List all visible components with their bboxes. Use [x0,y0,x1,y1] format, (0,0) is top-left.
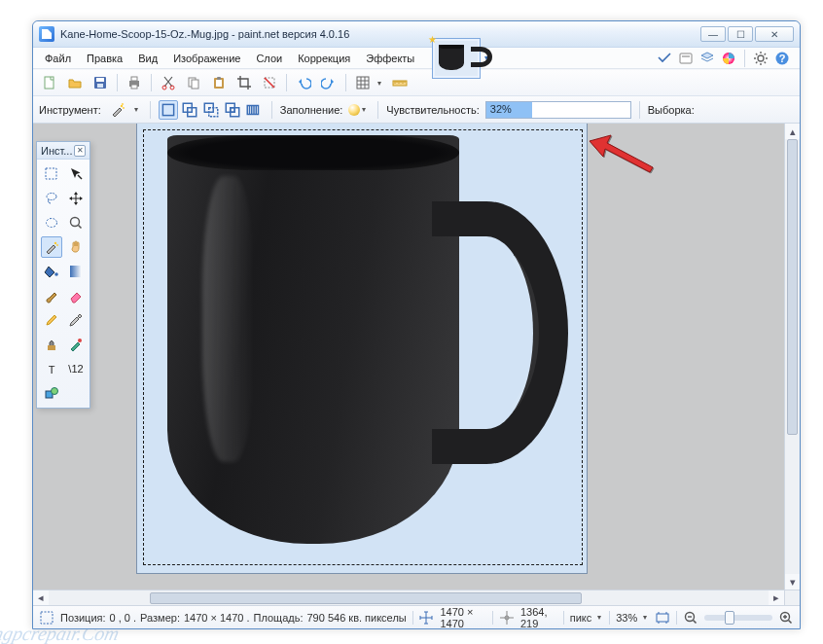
tool-rect-select[interactable] [41,163,62,185]
tool-lasso[interactable] [41,188,62,209]
new-file-button[interactable] [39,72,60,93]
tool-move-selection[interactable] [65,163,87,185]
maximize-button[interactable]: ☐ [728,26,753,42]
tools-palette[interactable]: Инст... ✕ T \12 [36,141,90,409]
svg-point-24 [123,107,125,109]
svg-rect-26 [162,104,173,115]
instrument-label: Инструмент: [39,104,101,116]
history-window-toggle[interactable] [678,51,694,66]
print-button[interactable] [124,72,145,93]
zoom-fit-icon[interactable] [655,610,670,626]
units-label[interactable]: пикс [570,612,592,624]
sel-mode-sub[interactable] [201,100,221,120]
svg-rect-9 [97,84,103,88]
svg-point-44 [54,242,56,244]
deselect-button[interactable] [259,72,280,93]
vertical-scrollbar[interactable]: ▴ ▾ [784,124,800,590]
menu-effects[interactable]: Эффекты [358,50,422,67]
fill-label: Заполнение: [280,104,343,116]
titlebar[interactable]: Kane-Home-Scoop-15-Oz.-Mug.jpg - paint.n… [33,21,800,48]
paste-button[interactable] [208,72,230,93]
scroll-up-icon[interactable]: ▴ [785,124,800,139]
save-button[interactable] [89,72,111,93]
image-content [167,135,459,544]
menu-layers[interactable]: Слои [248,50,290,67]
tool-eraser[interactable] [65,285,87,306]
layers-window-toggle[interactable] [699,51,715,66]
scroll-down-icon[interactable]: ▾ [785,574,800,590]
grid-dropdown[interactable]: ▾ [377,79,385,88]
tool-zoom[interactable] [65,212,87,233]
svg-rect-47 [70,266,82,277]
tool-clone[interactable] [41,334,62,355]
tool-eyedropper[interactable] [65,309,87,331]
color-wheel-icon[interactable] [721,51,736,66]
tool-pencil[interactable] [41,309,62,331]
zoom-in-icon[interactable] [778,610,794,626]
tools-window-toggle[interactable] [657,51,672,66]
document-thumbnail[interactable]: ★ [432,38,481,79]
redo-button[interactable] [318,72,340,93]
palette-close-icon[interactable]: ✕ [74,145,86,157]
current-tool-icon[interactable] [107,99,128,121]
tool-move[interactable] [65,188,87,209]
close-button[interactable]: ✕ [755,26,794,42]
fill-dropdown[interactable]: ▾ [362,105,370,114]
canvas-area[interactable] [33,124,784,590]
svg-point-25 [122,103,124,105]
tool-fill[interactable] [41,261,62,282]
units-dropdown[interactable]: ▾ [597,613,603,622]
tool-shapes[interactable] [41,382,62,404]
pos-label: Позиция: [60,612,106,624]
tool-gradient[interactable] [65,261,87,282]
menu-view[interactable]: Вид [130,50,165,67]
crop-button[interactable] [233,72,255,93]
minimize-button[interactable]: — [700,26,726,42]
grid-toggle[interactable] [352,72,374,93]
fill-mode-icon[interactable] [348,104,360,116]
tool-recolor[interactable] [65,334,87,355]
scroll-left-icon[interactable]: ◂ [33,590,49,606]
zoom-knob[interactable] [725,611,734,625]
menu-file[interactable]: Файл [37,50,79,67]
ruler-toggle[interactable] [389,72,411,93]
menu-edit[interactable]: Правка [79,50,130,67]
dims-value: 1470 × 1470 [440,606,486,629]
palette-title-text: Инст... [41,145,72,157]
svg-rect-8 [96,78,104,82]
tool-dropdown[interactable]: ▾ [134,105,142,114]
settings-icon[interactable] [753,51,769,66]
zoom-value[interactable]: 33% [616,612,637,624]
palette-title[interactable]: Инст... ✕ [37,142,89,160]
zoom-dropdown[interactable]: ▾ [643,613,649,622]
cut-button[interactable] [158,72,179,93]
sel-mode-replace[interactable] [159,100,178,120]
tool-empty [65,382,87,404]
sel-mode-add[interactable] [180,100,199,120]
sel-mode-invert[interactable] [244,100,264,120]
sensitivity-slider[interactable]: 32% [485,101,631,119]
menu-adjust[interactable]: Коррекция [290,50,358,67]
hscroll-thumb[interactable] [150,592,582,604]
svg-rect-48 [48,345,55,350]
sel-mode-intersect[interactable] [223,100,242,120]
svg-text:T: T [49,364,55,376]
zoom-slider[interactable] [704,615,772,621]
open-file-button[interactable] [64,72,86,93]
copy-button[interactable] [183,72,204,93]
tool-pan[interactable] [65,236,87,258]
tool-ellipse-select[interactable] [41,212,62,233]
vscroll-thumb[interactable] [787,139,798,435]
tool-line[interactable]: \12 [65,358,87,379]
horizontal-scrollbar[interactable]: ◂ ▸ [33,590,784,605]
menu-image[interactable]: Изображение [165,50,248,67]
tool-brush[interactable] [41,285,62,306]
scroll-right-icon[interactable]: ▸ [769,590,784,606]
zoom-out-icon[interactable] [683,610,698,626]
tool-text[interactable]: T [41,358,62,379]
svg-rect-21 [357,77,369,89]
tool-magic-wand[interactable] [41,236,62,258]
undo-button[interactable] [293,72,314,93]
svg-point-49 [78,339,82,342]
help-icon[interactable]: ? [774,51,790,66]
